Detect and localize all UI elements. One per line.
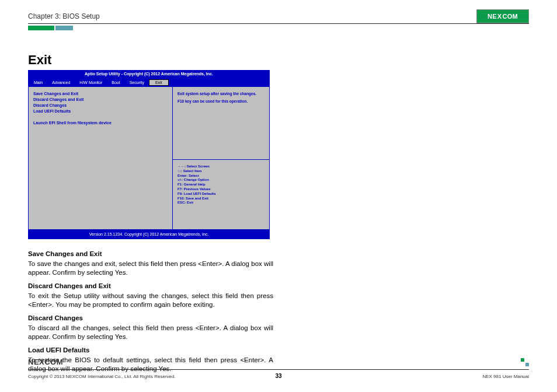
bios-item-discard[interactable]: Discard Changes (33, 103, 168, 107)
manual-name: NEX 981 User Manual (482, 374, 529, 379)
bios-tab-advanced[interactable]: Advanced (47, 79, 75, 86)
bios-key-3: +/-: Change Option (177, 178, 264, 183)
bios-key-5: F7: Previous Values (177, 187, 264, 192)
bios-tab-main[interactable]: Main (29, 79, 47, 86)
bios-help-2: F10 key can be used for this operation. (177, 99, 264, 103)
bios-item-save-exit[interactable]: Save Changes and Exit (33, 92, 168, 96)
section-3-text: To discard all the changes, select this … (28, 324, 273, 342)
bios-tab-row: Main Advanced H/W Monitor Boot Security … (28, 78, 270, 86)
bios-help-1: Exit system setup after saving the chang… (177, 92, 264, 96)
bios-key-7: F10: Save and Exit (177, 197, 264, 201)
bios-key-1: ↑↓: Select Item (177, 169, 264, 174)
bios-key-2: Enter: Select (177, 174, 264, 178)
chapter-label: Chapter 3: BIOS Setup (28, 12, 100, 20)
nexcom-logo-bottom: NEXCOM (28, 358, 63, 366)
bios-help-panel: Exit system setup after saving the chang… (173, 87, 269, 160)
bios-key-0: →←: Select Screen (177, 164, 264, 169)
bios-item-discard-exit[interactable]: Discard Changes and Exit (33, 97, 168, 102)
header-deco-teal (55, 26, 73, 30)
bios-key-8: ESC: Exit (177, 201, 264, 205)
section-4-text: To restore the BIOS to default settings,… (28, 356, 273, 374)
section-2-heading: Discard Changes and Exit (28, 282, 273, 291)
bios-screenshot: Aptio Setup Utility - Copyright (C) 2012… (28, 70, 270, 239)
bios-key-6: F9: Load UEFI Defaults (177, 192, 264, 197)
bios-tab-hwmonitor[interactable]: H/W Monitor (75, 79, 107, 86)
bios-item-load-defaults[interactable]: Load UEFI Defaults (33, 109, 168, 113)
header-deco-green (28, 26, 54, 30)
page-number: 33 (275, 373, 281, 379)
section-1-text: To save the changes and exit, select thi… (28, 260, 273, 278)
copyright-text: Copyright © 2013 NEXCOM International Co… (28, 374, 176, 379)
bios-keys-panel: →←: Select Screen ↑↓: Select Item Enter:… (173, 160, 269, 229)
header-rule (28, 23, 529, 24)
bios-tab-security[interactable]: Security (125, 79, 149, 86)
page-title: Exit (28, 52, 51, 68)
bios-tab-exit[interactable]: Exit (149, 79, 169, 86)
bios-titlebar: Aptio Setup Utility - Copyright (C) 2012… (28, 70, 270, 78)
section-4-heading: Load UEFI Defaults (28, 346, 273, 355)
bios-left-panel: Save Changes and Exit Discard Changes an… (28, 86, 173, 230)
bios-footer: Version 2.15.1234. Copyright (C) 2012 Am… (28, 230, 270, 239)
footer-deco (517, 358, 529, 366)
section-2-text: To exit the Setup utility without saving… (28, 292, 273, 310)
section-3-heading: Discard Changes (28, 314, 273, 323)
section-1-heading: Save Changes and Exit (28, 250, 273, 259)
footer-rule (28, 369, 529, 370)
nexcom-logo-top: NEXCOM (476, 9, 529, 23)
bios-item-launch-efi[interactable]: Launch EFI Shell from filesystem device (33, 121, 168, 125)
bios-key-4: F1: General Help (177, 183, 264, 187)
bios-tab-boot[interactable]: Boot (107, 79, 124, 86)
